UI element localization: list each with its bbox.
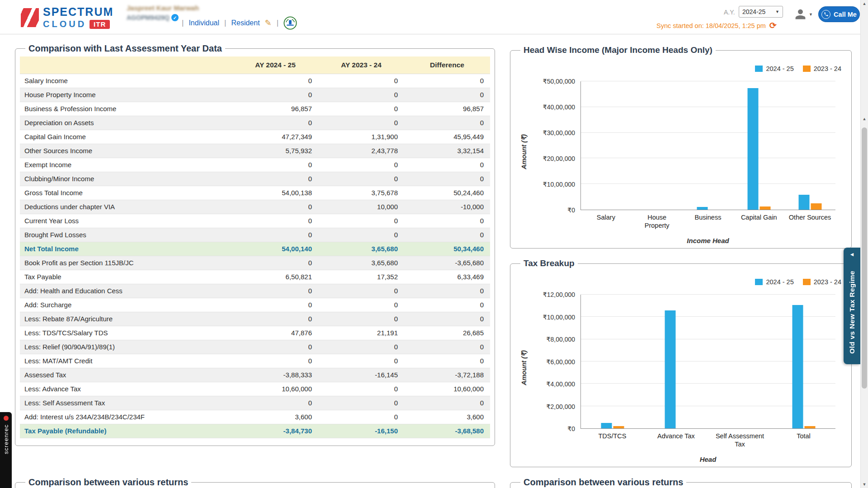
table-row: Assessed Tax-3,88,333-16,145-3,72,188 — [20, 368, 490, 382]
legend-label: 2023 - 24 — [814, 65, 841, 72]
row-value: 0 — [404, 116, 490, 130]
gridline — [581, 183, 835, 184]
row-label: Exempt Income — [20, 158, 232, 172]
legend-swatch — [803, 279, 811, 285]
scrollbar-thumb[interactable] — [862, 127, 867, 389]
x-axis-ticks: TDS/TCSAdvance TaxSelf Assessment TaxTot… — [580, 429, 835, 453]
gridline — [581, 81, 835, 81]
row-label: Less: TDS/TCS/Salary TDS — [20, 326, 232, 340]
row-label: Other Sources Income — [20, 144, 232, 158]
legend-swatch — [755, 66, 763, 72]
call-me-button[interactable]: Call Me — [818, 6, 860, 22]
row-value: 5,75,932 — [232, 144, 318, 158]
row-value: 0 — [318, 340, 404, 354]
bar — [697, 207, 708, 210]
row-value: 0 — [404, 340, 490, 354]
row-value: 0 — [232, 116, 318, 130]
assessment-year-select[interactable]: 2024-25 ▼ — [739, 6, 783, 18]
table-row: Deductions under chapter VIA010,000-10,0… — [20, 200, 490, 214]
row-value: 0 — [318, 396, 404, 410]
user-menu[interactable]: ▼ — [794, 8, 813, 21]
gridline — [581, 107, 835, 107]
bar — [792, 305, 803, 428]
row-value: 0 — [232, 74, 318, 88]
old-vs-new-tax-regime-tab[interactable]: ◄ Old vs New Tax Regime — [844, 248, 860, 364]
phone-icon — [821, 10, 830, 19]
row-value: 0 — [232, 312, 318, 326]
row-value: 0 — [232, 228, 318, 242]
row-label: Deductions under chapter VIA — [20, 200, 232, 214]
x-axis-label: Head — [580, 455, 835, 463]
comparison-returns-chart-title: Comparison between various returns — [520, 477, 686, 488]
row-value: 50,24,460 — [404, 186, 490, 200]
table-row: Book Profit as per Section 115JB/JC03,65… — [20, 256, 490, 270]
row-label: Less: Rebate 87A/Agriculture — [20, 312, 232, 326]
bar-group — [601, 423, 624, 428]
table-row: Gross Total Income54,00,1383,75,67850,24… — [20, 186, 490, 200]
bar — [613, 426, 624, 428]
row-value: 0 — [404, 88, 490, 102]
comparison-section-title: Comparison with Last Assessment Year Dat… — [25, 43, 225, 54]
sync-refresh-icon[interactable]: ⟳ — [769, 21, 777, 30]
y-tick-label: ₹0 — [567, 425, 575, 432]
y-tick-label: ₹50,00,000 — [543, 78, 575, 85]
row-value: 0 — [232, 298, 318, 312]
table-row: Salary Income000 — [20, 74, 490, 88]
row-value: 6,33,469 — [404, 270, 490, 284]
y-tick-label: ₹10,00,000 — [543, 181, 575, 188]
row-value: 1,31,900 — [318, 130, 404, 144]
row-value: 0 — [232, 284, 318, 298]
app-header: SPECTRUM CLOUD ITR Jaspreet Kaur Marwah … — [0, 0, 868, 34]
legend-swatch — [803, 66, 811, 72]
table-row: Brought Fwd Losses000 — [20, 228, 490, 242]
row-label: Book Profit as per Section 115JB/JC — [20, 256, 232, 270]
row-value: 0 — [318, 298, 404, 312]
table-row: Other Sources Income5,75,9322,43,7783,32… — [20, 144, 490, 158]
income-tax-dept-icon[interactable] — [283, 16, 297, 30]
row-value: 10,000 — [318, 200, 404, 214]
row-value: 0 — [232, 354, 318, 368]
table-row: Less: TDS/TCS/Salary TDS47,87621,19126,6… — [20, 326, 490, 340]
row-label: Business & Profession Income — [20, 102, 232, 116]
row-value: 0 — [318, 382, 404, 396]
row-value: 47,876 — [232, 326, 318, 340]
row-value: 26,685 — [404, 326, 490, 340]
scroll-down-icon[interactable]: ▼ — [861, 482, 868, 487]
row-value: 3,65,680 — [318, 256, 404, 270]
row-label: Tax Payable (Refundable) — [20, 424, 232, 438]
row-label: Less: Self Assessment Tax — [20, 396, 232, 410]
row-value: 0 — [404, 354, 490, 368]
head-wise-income-chart: 2024 - 252023 - 24 Amount (₹) ₹0₹10,00,0… — [510, 55, 851, 248]
row-value: 0 — [404, 284, 490, 298]
avatar-icon — [794, 8, 807, 21]
vertical-scrollbar[interactable]: ▲ ▲ ▼ — [860, 0, 868, 488]
table-row: Depreciation on Assets000 — [20, 116, 490, 130]
bar — [811, 203, 821, 210]
row-label: Less: Relief (90/90A/91)/89(1) — [20, 340, 232, 354]
scroll-up-icon[interactable]: ▲ — [861, 117, 868, 121]
call-me-label: Call Me — [834, 11, 857, 18]
scroll-up-icon[interactable]: ▲ — [861, 1, 868, 6]
y-tick-label: ₹12,00,000 — [543, 291, 575, 298]
comparison-returns-title: Comparison between various returns — [25, 477, 191, 488]
bar-group — [798, 195, 821, 210]
row-value: 47,27,349 — [232, 130, 318, 144]
screenrec-overlay[interactable]: screenrec — [0, 412, 12, 488]
row-value: 3,600 — [404, 410, 490, 424]
bar-group — [697, 207, 720, 210]
row-label: Clubbing/Minor Income — [20, 172, 232, 186]
row-value: 0 — [232, 200, 318, 214]
tax-breakup-chart: 2024 - 252023 - 24 Amount (₹) ₹0₹2,00,00… — [510, 268, 851, 467]
y-tick-label: ₹40,00,000 — [543, 103, 575, 111]
row-value: 0 — [318, 214, 404, 228]
row-value: 0 — [318, 354, 404, 368]
tax-breakup-section: Tax Breakup 2024 - 252023 - 24 Amount (₹… — [510, 258, 852, 467]
client-meta-row: | Individual | Resident ✎ | — [182, 16, 297, 30]
edit-icon[interactable]: ✎ — [265, 18, 272, 28]
row-value: 0 — [318, 158, 404, 172]
x-axis-label: Income Head — [580, 237, 835, 244]
row-value: -3,68,580 — [404, 424, 490, 438]
row-value: 96,857 — [232, 102, 318, 116]
gridline — [581, 158, 835, 158]
row-label: Salary Income — [20, 74, 232, 88]
